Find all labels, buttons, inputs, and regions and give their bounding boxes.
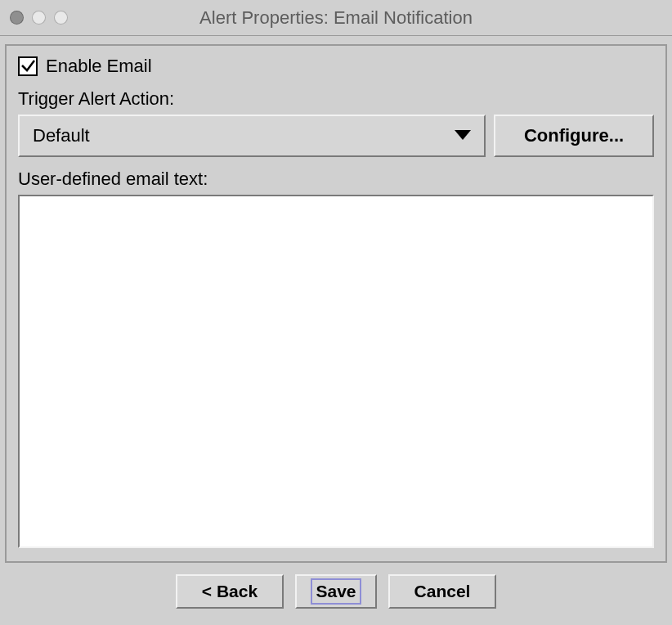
main-panel: Enable Email Trigger Alert Action: Defau…	[5, 44, 667, 563]
back-button-label: < Back	[202, 582, 258, 601]
checkmark-icon	[20, 59, 35, 74]
email-text-label: User-defined email text:	[18, 169, 654, 190]
traffic-lights	[10, 11, 68, 25]
close-window-button[interactable]	[10, 11, 24, 25]
button-bar: < Back Save Cancel	[5, 563, 667, 620]
chevron-down-icon	[455, 125, 471, 146]
email-text-textarea[interactable]	[18, 195, 654, 548]
zoom-window-button[interactable]	[54, 11, 68, 25]
trigger-action-dropdown[interactable]: Default	[18, 115, 486, 157]
window-title: Alert Properties: Email Notification	[0, 7, 672, 29]
titlebar: Alert Properties: Email Notification	[0, 0, 672, 36]
content-area: Enable Email Trigger Alert Action: Defau…	[0, 36, 672, 625]
trigger-action-label: Trigger Alert Action:	[18, 88, 654, 110]
configure-button-label: Configure...	[524, 125, 624, 146]
configure-button[interactable]: Configure...	[494, 115, 654, 157]
save-button[interactable]: Save	[295, 574, 377, 609]
cancel-button-label: Cancel	[414, 582, 471, 601]
dropdown-selected-value: Default	[33, 125, 90, 146]
trigger-row: Default Configure...	[18, 115, 654, 157]
dialog-window: Alert Properties: Email Notification Ena…	[0, 0, 672, 625]
save-button-label: Save	[312, 580, 359, 603]
cancel-button[interactable]: Cancel	[388, 574, 496, 609]
enable-email-label: Enable Email	[46, 56, 152, 77]
minimize-window-button[interactable]	[32, 11, 46, 25]
enable-email-checkbox[interactable]	[18, 56, 38, 76]
svg-marker-0	[455, 130, 471, 140]
enable-email-row: Enable Email	[18, 56, 654, 77]
back-button[interactable]: < Back	[176, 574, 284, 609]
